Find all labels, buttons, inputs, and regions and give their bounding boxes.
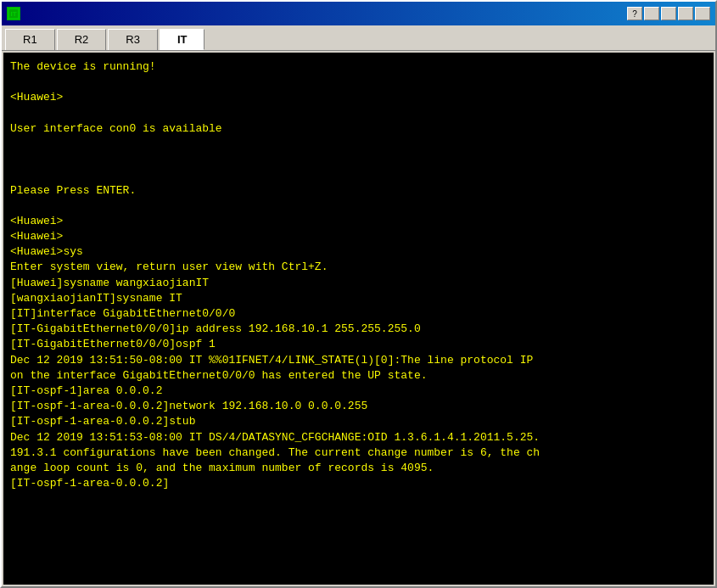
tab-r3[interactable]: R3 — [108, 29, 158, 50]
maximize-button[interactable] — [678, 7, 693, 20]
terminal-output[interactable]: The device is running! <Huawei> User int… — [3, 53, 714, 585]
tabs-bar: R1 R2 R3 IT — [2, 25, 715, 50]
main-window: IT ? R1 R2 R3 IT The device is running! … — [0, 0, 717, 588]
close-button[interactable] — [695, 7, 710, 20]
svg-text:IT: IT — [10, 10, 16, 18]
tab-it[interactable]: IT — [160, 29, 205, 50]
terminal-wrapper: The device is running! <Huawei> User int… — [2, 50, 715, 586]
title-bar: IT ? — [2, 2, 715, 25]
restore-button[interactable] — [661, 7, 676, 20]
help-button[interactable]: ? — [627, 7, 642, 20]
title-controls: ? — [627, 7, 710, 20]
tab-r2[interactable]: R2 — [57, 29, 107, 50]
tab-r1[interactable]: R1 — [5, 29, 55, 50]
app-icon: IT — [7, 7, 20, 20]
minimize-button[interactable] — [644, 7, 659, 20]
title-bar-left: IT — [7, 7, 25, 20]
